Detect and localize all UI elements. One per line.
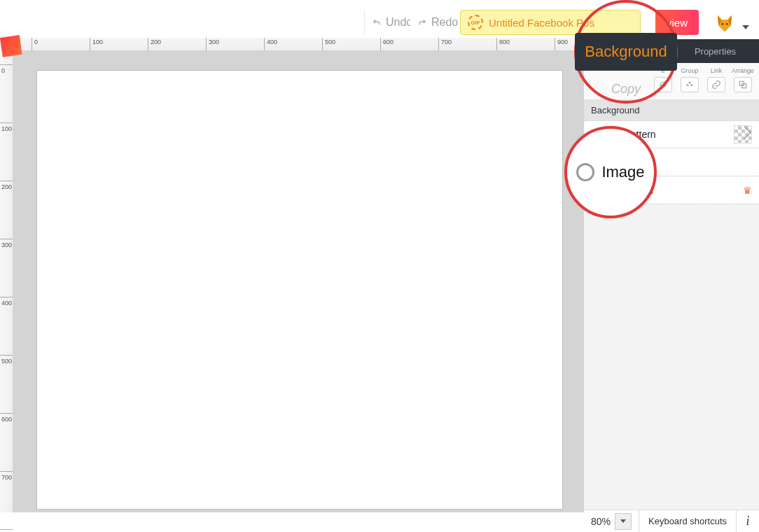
tab-properties[interactable]: Properties <box>671 39 759 63</box>
row-image[interactable]: Image <box>584 148 759 176</box>
premium-crown-icon: ♛ <box>743 185 752 196</box>
fox-icon <box>714 13 735 34</box>
svg-point-2 <box>661 83 666 88</box>
row-image-label: Image <box>591 157 618 168</box>
preview-button[interactable]: view <box>655 10 699 35</box>
undo-icon <box>372 18 382 27</box>
document-title-text: Untitled Facebook Pos <box>489 17 594 29</box>
info-button[interactable]: i <box>737 514 759 528</box>
svg-point-0 <box>722 23 724 25</box>
user-avatar[interactable] <box>714 13 735 34</box>
right-panel: Background Properties e Group Link Arran… <box>584 39 759 515</box>
footer-bar: 80% Keyboard shortcuts i <box>584 510 759 532</box>
row-transparent-label: nt background <box>591 185 653 196</box>
ruler-corner <box>0 35 22 57</box>
document-title-input[interactable]: GIF Untitled Facebook Pos <box>460 10 641 35</box>
row-gradient-label: dient & Pattern <box>591 129 656 140</box>
tool-link[interactable]: Link <box>704 67 728 92</box>
svg-point-4 <box>691 84 692 85</box>
workspace <box>13 50 584 512</box>
user-menu-chevron-icon[interactable] <box>742 25 749 29</box>
zoom-dropdown-icon[interactable] <box>615 513 632 530</box>
row-transparent-bg[interactable]: nt background ♛ <box>584 176 759 204</box>
redo-icon <box>417 18 427 27</box>
redo-label: Redo <box>431 16 458 29</box>
section-head-background: Background <box>584 99 759 120</box>
ruler-vertical: 0 100 200 300 400 500 600 700 800 <box>0 50 13 512</box>
tool-arrange[interactable]: Arrange <box>731 67 755 92</box>
tool-group[interactable]: Group <box>678 67 702 92</box>
gif-icon: GIF <box>468 15 483 30</box>
svg-point-1 <box>726 23 728 25</box>
svg-point-5 <box>689 82 690 83</box>
undo-label: Undo <box>386 16 412 29</box>
tab-background[interactable]: Background <box>584 39 671 63</box>
toolbar-row: e Group Link Arrange <box>584 63 759 99</box>
redo-button[interactable]: Redo <box>410 10 466 35</box>
canvas[interactable] <box>36 70 563 510</box>
keyboard-shortcuts-button[interactable]: Keyboard shortcuts <box>639 510 737 532</box>
zoom-level[interactable]: 80% <box>584 510 639 532</box>
ruler-horizontal: 0 100 200 300 400 500 600 700 800 900 <box>0 38 584 50</box>
tool-e[interactable]: e <box>651 67 675 92</box>
gradient-swatch <box>734 125 752 144</box>
row-gradient-pattern[interactable]: dient & Pattern <box>584 120 759 148</box>
svg-point-3 <box>687 84 688 85</box>
